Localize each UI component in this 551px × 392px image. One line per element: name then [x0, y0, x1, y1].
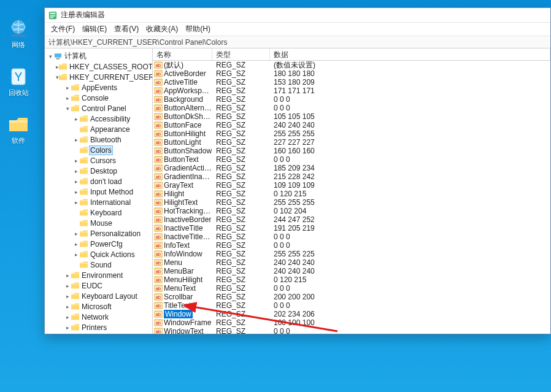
registry-value-row[interactable]: abGradientInactiv...REG_SZ215 228 242: [153, 172, 550, 181]
registry-value-row[interactable]: abWindowREG_SZ202 234 206: [153, 310, 550, 318]
registry-value-row[interactable]: abMenuHilightREG_SZ0 120 215: [153, 275, 550, 284]
tree-item[interactable]: ▸PowerCfg: [45, 239, 152, 249]
tree-item[interactable]: Sound: [45, 259, 152, 270]
registry-value-row[interactable]: abButtonShadowREG_SZ160 160 160: [153, 147, 550, 155]
tree-item[interactable]: ▸Console: [45, 93, 152, 103]
registry-value-row[interactable]: abActiveBorderREG_SZ180 180 180: [153, 69, 550, 78]
address-bar[interactable]: 计算机\HKEY_CURRENT_USER\Control Panel\Colo…: [45, 36, 550, 48]
svg-rect-19: [80, 148, 88, 149]
registry-value-row[interactable]: abWindowFrameREG_SZ100 100 100: [153, 318, 550, 327]
tree-item[interactable]: ▸don't load: [45, 176, 152, 186]
tree-caret-icon[interactable]: ▸: [73, 199, 79, 206]
desktop-icon-network[interactable]: 网络: [4, 17, 33, 50]
registry-value-row[interactable]: abInactiveTitleTextREG_SZ0 0 0: [153, 233, 550, 241]
registry-value-row[interactable]: abInfoTextREG_SZ0 0 0: [153, 241, 550, 250]
col-type[interactable]: 类型: [212, 48, 270, 60]
desktop-icon-recycle[interactable]: 回收站: [4, 65, 33, 98]
tree-item[interactable]: ▸Printers: [45, 322, 152, 332]
folder-icon: [59, 63, 67, 71]
tree-item[interactable]: ▸Cursors: [45, 155, 152, 166]
tree-item[interactable]: ▾HKEY_CURRENT_USER: [45, 72, 152, 82]
tree-item[interactable]: Appearance: [45, 124, 152, 134]
tree-caret-icon[interactable]: ▸: [73, 158, 79, 164]
tree-caret-icon[interactable]: ▸: [64, 325, 71, 331]
tree-item[interactable]: ▸Bluetooth: [45, 134, 152, 145]
registry-value-row[interactable]: abBackgroundREG_SZ0 0 0: [153, 95, 550, 104]
registry-value-row[interactable]: abMenuREG_SZ240 240 240: [153, 258, 550, 267]
registry-value-row[interactable]: abActiveTitleREG_SZ153 180 209: [153, 78, 550, 86]
registry-value-row[interactable]: abButtonFaceREG_SZ240 240 240: [153, 121, 550, 129]
tree-caret-icon[interactable]: ▾: [47, 53, 53, 60]
registry-value-row[interactable]: abButtonDkShad...REG_SZ105 105 105: [153, 112, 550, 121]
tree-caret-icon[interactable]: ▸: [64, 293, 71, 299]
menu-item[interactable]: 帮助(H): [182, 24, 214, 34]
tree-caret-icon[interactable]: ▸: [64, 314, 71, 320]
registry-value-row[interactable]: abHilightTextREG_SZ255 255 255: [153, 198, 550, 207]
titlebar[interactable]: 注册表编辑器: [45, 8, 550, 23]
list-header[interactable]: 名称 类型 数据: [153, 48, 550, 61]
registry-value-row[interactable]: abAppWorkspaceREG_SZ171 171 171: [153, 86, 550, 95]
registry-value-row[interactable]: abGrayTextREG_SZ109 109 109: [153, 181, 550, 190]
registry-value-row[interactable]: abInfoWindowREG_SZ255 255 225: [153, 250, 550, 258]
tree-item[interactable]: ▸Accessibility: [45, 113, 152, 124]
tree-caret-icon[interactable]: ▸: [64, 283, 71, 289]
registry-value-row[interactable]: abWindowTextREG_SZ0 0 0: [153, 327, 550, 334]
tree-caret-icon[interactable]: ▸: [73, 179, 79, 185]
registry-value-row[interactable]: ab(默认)REG_SZ(数值未设置): [153, 61, 550, 69]
tree-caret-icon[interactable]: ▸: [73, 116, 79, 122]
tree-item[interactable]: ▾Control Panel: [45, 103, 152, 113]
tree-caret-icon[interactable]: ▸: [73, 189, 79, 195]
tree-item[interactable]: Keyboard: [45, 207, 152, 218]
registry-value-row[interactable]: abTitleTextREG_SZ0 0 0: [153, 301, 550, 310]
tree-item[interactable]: ▸Quick Actions: [45, 249, 152, 259]
tree-item[interactable]: ▸EUDC: [45, 280, 152, 291]
tree-caret-icon[interactable]: ▸: [73, 137, 79, 143]
registry-value-row[interactable]: abHotTrackingCol...REG_SZ0 102 204: [153, 207, 550, 215]
tree-caret-icon[interactable]: ▸: [73, 252, 79, 258]
tree-caret-icon[interactable]: ▾: [64, 106, 71, 112]
tree-item[interactable]: Colors: [45, 145, 152, 155]
registry-value-row[interactable]: abButtonAlternat..REG_SZ0 0 0: [153, 104, 550, 112]
tree-item[interactable]: ▸Personalization: [45, 228, 152, 239]
registry-value-row[interactable]: abHilightREG_SZ0 120 215: [153, 190, 550, 198]
menu-item[interactable]: 文件(F): [47, 24, 79, 34]
col-data[interactable]: 数据: [270, 48, 550, 60]
tree-caret-icon[interactable]: ▸: [64, 272, 71, 279]
tree-caret-icon[interactable]: ▸: [64, 304, 71, 310]
menu-item[interactable]: 收藏夹(A): [142, 24, 182, 34]
registry-value-row[interactable]: abMenuTextREG_SZ0 0 0: [153, 284, 550, 293]
desktop-icon-software[interactable]: 软件: [4, 113, 33, 145]
col-name[interactable]: 名称: [153, 48, 212, 60]
tree-caret-icon[interactable]: ▸: [73, 168, 79, 174]
registry-value-row[interactable]: abButtonHilightREG_SZ255 255 255: [153, 129, 550, 138]
tree-caret-icon[interactable]: ▸: [64, 95, 71, 101]
list-view[interactable]: 名称 类型 数据 ab(默认)REG_SZ(数值未设置)abActiveBord…: [153, 48, 550, 334]
tree-item[interactable]: ▸Environment: [45, 270, 152, 280]
registry-value-row[interactable]: abInactiveBorderREG_SZ244 247 252: [153, 215, 550, 224]
registry-value-row[interactable]: abMenuBarREG_SZ240 240 240: [153, 267, 550, 275]
tree-item[interactable]: ▾计算机: [45, 51, 152, 61]
tree-item[interactable]: ▸Desktop: [45, 166, 152, 176]
folder-icon: [71, 84, 79, 91]
menu-item[interactable]: 查看(V): [110, 24, 142, 34]
tree-caret-icon[interactable]: ▸: [64, 85, 71, 91]
tree-caret-icon[interactable]: ▸: [73, 231, 79, 237]
tree-item[interactable]: ▸SOFTWARE: [45, 332, 152, 334]
registry-value-row[interactable]: abButtonTextREG_SZ0 0 0: [153, 155, 550, 164]
registry-value-row[interactable]: abScrollbarREG_SZ200 200 200: [153, 293, 550, 301]
tree-item[interactable]: ▸AppEvents: [45, 82, 152, 93]
tree-view[interactable]: ▾计算机▸HKEY_CLASSES_ROOT▾HKEY_CURRENT_USER…: [45, 48, 153, 334]
tree-item[interactable]: ▸Network: [45, 312, 152, 322]
tree-item[interactable]: ▸Keyboard Layout: [45, 291, 152, 301]
string-value-icon: ab: [154, 216, 163, 223]
tree-caret-icon[interactable]: ▸: [73, 241, 79, 247]
tree-item[interactable]: ▸HKEY_CLASSES_ROOT: [45, 61, 152, 72]
tree-item[interactable]: Mouse: [45, 218, 152, 228]
registry-value-row[interactable]: abGradientActiveT...REG_SZ185 209 234: [153, 164, 550, 172]
registry-value-row[interactable]: abInactiveTitleREG_SZ191 205 219: [153, 224, 550, 233]
tree-item[interactable]: ▸Microsoft: [45, 301, 152, 312]
menu-item[interactable]: 编辑(E): [79, 24, 110, 34]
tree-item[interactable]: ▸International: [45, 197, 152, 207]
tree-item[interactable]: ▸Input Method: [45, 186, 152, 197]
registry-value-row[interactable]: abButtonLightREG_SZ227 227 227: [153, 138, 550, 147]
